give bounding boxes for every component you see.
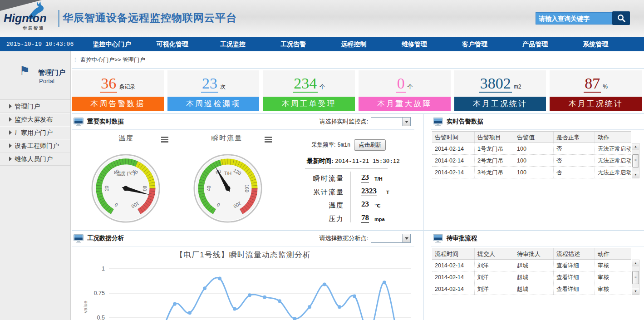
column-header: 提交人 [474, 248, 514, 259]
search-input[interactable] [536, 12, 614, 25]
panel-header: 实时告警数据 [431, 114, 644, 130]
scroll-thumb[interactable]: ≡ [632, 271, 639, 284]
stat-label: 本周巡检漏项 [167, 97, 260, 111]
analysis-point-select[interactable] [371, 234, 411, 243]
latest-time-label: 最新时间: [307, 158, 334, 164]
reading-unit: T/H [374, 176, 383, 182]
frequency-value: 5min [337, 142, 350, 148]
arrow-right-icon [9, 157, 12, 161]
column-header: 流程描述 [553, 248, 595, 259]
table-cell: 100 [514, 167, 553, 178]
reading-value[interactable]: 23 [361, 200, 369, 209]
sidebar-item-label: 厂家用户门户 [15, 129, 53, 136]
table-cell: 刘洋 [474, 271, 514, 283]
panel-header-controls: 请选择实时监控点: [319, 117, 411, 126]
brand-name: Hignton [4, 12, 46, 25]
portal-title: 管理门户 [38, 69, 65, 77]
scroll-track[interactable]: ≡ [632, 266, 639, 288]
scroll-down-button[interactable]: ▼ [632, 288, 639, 295]
stat-label: 本周工单受理 [263, 97, 355, 111]
nav-item-3[interactable]: 工况监控 [202, 37, 263, 51]
stats-row: 36条记录本周告警数据23次本周巡检漏项234个本周工单受理0个本月重大故障38… [72, 70, 642, 112]
table-cell: 2014-02-14 [432, 143, 474, 154]
app-title: 华辰智通设备远程监控物联网云平台 [63, 11, 237, 25]
sidebar-item-4[interactable]: 设备工程师门户 [0, 139, 70, 152]
stat-value[interactable]: 234 [293, 76, 318, 93]
table-cell: 2014-02-14 [432, 283, 474, 295]
nav-item-7[interactable]: 客户管理 [444, 37, 505, 51]
nav-item-5[interactable]: 远程控制 [324, 37, 384, 51]
selector-label: 请选择实时监控点: [319, 118, 368, 126]
reading-value[interactable]: 78 [361, 213, 369, 223]
reading-value[interactable]: 2323 [361, 187, 377, 196]
flag-icon: ⚑ [19, 65, 30, 77]
table-cell: 2014-02-14 [432, 155, 474, 166]
table-row: 2014-02-14刘洋赵城查看详细审核 [432, 260, 631, 271]
table-cell: 100 [514, 155, 553, 166]
select-dropdown-button[interactable] [402, 118, 410, 126]
sidebar-item-label: 监控大屏发布 [15, 116, 53, 123]
select-dropdown-button[interactable] [402, 234, 410, 242]
scroll-thumb[interactable]: ≡ [632, 154, 639, 167]
column-header: 动作 [595, 248, 631, 259]
sidebar-item-5[interactable]: 维修人员门户 [0, 152, 70, 166]
table-header-row: 告警时间告警项目告警值是否正常动作 [432, 131, 631, 143]
table-scrollbar[interactable]: ▲ ≡ ▼ [632, 260, 639, 295]
scroll-up-button[interactable]: ▲ [632, 143, 639, 150]
stat-card-4: 0个本月重大故障 [359, 70, 451, 112]
stat-value[interactable]: 0 [396, 76, 406, 93]
svg-text:1: 1 [102, 266, 105, 272]
nav-item-6[interactable]: 维修管理 [384, 37, 444, 51]
scroll-down-button[interactable]: ▼ [632, 172, 639, 178]
readings-list: 瞬时流量23T/H累计流量2323T温度23℃压力78mpa [271, 172, 398, 226]
sidebar-menu: 管理门户监控大屏发布厂家用户门户设备工程师门户维修人员门户 [0, 99, 70, 166]
svg-text:160: 160 [244, 184, 250, 192]
divider [72, 68, 644, 69]
scroll-track[interactable]: ≡ [632, 150, 639, 172]
stat-value[interactable]: 3802 [479, 76, 512, 93]
arrow-right-icon [9, 104, 12, 108]
nav-item-9[interactable]: 系统管理 [565, 37, 626, 51]
chart-menu-icon[interactable] [161, 137, 168, 138]
analysis-panel: 工况数据分析 请选择数据分析点: 【电厂1号线】瞬时流量动态监测分析 10.75… [72, 231, 414, 320]
frequency-label: 采集频率: [311, 141, 335, 149]
table-cell: 2014-02-14 [432, 260, 474, 271]
stat-value[interactable]: 23 [201, 76, 218, 93]
panel-title: 实时告警数据 [447, 118, 483, 126]
logo[interactable]: Hignton 华辰智通 [4, 0, 58, 36]
panel-title: 工况数据分析 [87, 234, 124, 242]
sidebar-item-3[interactable]: 厂家用户门户 [0, 126, 70, 139]
search-button[interactable] [612, 11, 630, 25]
reading-unit: ℃ [374, 203, 380, 209]
table-cell: 否 [553, 167, 595, 178]
nav-item-4[interactable]: 工况告警 [263, 37, 324, 51]
monitor-point-select[interactable] [371, 117, 411, 126]
nav-item-1[interactable]: 监控中心门户 [82, 37, 142, 51]
table-cell: 审核 [595, 283, 631, 295]
arrow-right-icon [9, 143, 12, 148]
sidebar-item-2[interactable]: 监控大屏发布 [0, 113, 70, 126]
search-icon [617, 14, 626, 23]
nav-item-8[interactable]: 产品管理 [505, 37, 565, 51]
stat-card-6: 87%本月工况统计 [550, 70, 642, 112]
stat-unit: 个 [320, 83, 325, 91]
arrow-right-icon [9, 117, 12, 122]
panel-header-controls: 请选择数据分析点: [319, 234, 411, 243]
table-cell: 否 [553, 155, 595, 166]
stat-unit: 次 [220, 83, 226, 91]
refresh-button[interactable]: 点击刷新 [354, 139, 386, 151]
table-scrollbar[interactable]: ▲ ≡ ▼ [632, 143, 639, 178]
scroll-up-button[interactable]: ▲ [632, 260, 639, 266]
breadcrumb-icon: ⋮ [73, 57, 78, 63]
nav-item-2[interactable]: 可视化管理 [142, 37, 202, 51]
sidebar-item-1[interactable]: 管理门户 [0, 99, 70, 113]
panel-title: 重要实时数据 [87, 118, 124, 126]
column-header: 流程时间 [432, 248, 474, 259]
reading-value[interactable]: 23 [361, 173, 369, 182]
stat-value[interactable]: 87 [584, 76, 601, 93]
chart-menu-icon[interactable] [265, 137, 272, 138]
flow-line-chart: 10.750.5value [72, 262, 414, 320]
stat-value[interactable]: 36 [100, 76, 117, 93]
table-cell: 否 [553, 143, 595, 154]
stat-unit: 个 [408, 83, 413, 91]
